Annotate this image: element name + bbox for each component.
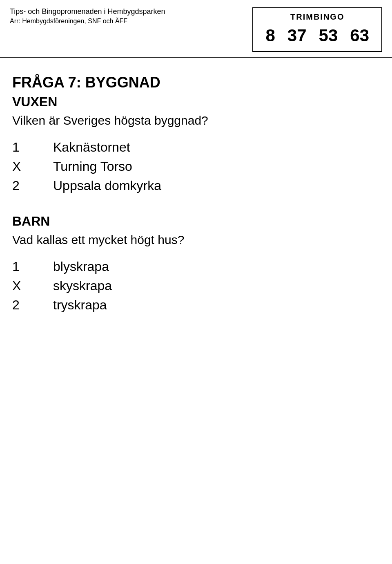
vuxen-answer-x-text: Turning Torso [53,159,132,174]
main-content: FRÅGA 7: BYGGNAD VUXEN Vilken är Sverige… [0,58,392,333]
barn-answer-2-text: tryskrapa [53,298,107,313]
page-header: Tips- och Bingopromenaden i Hembygdspark… [0,0,392,58]
trimbingo-num-2: 37 [287,26,307,45]
vuxen-audience-label: VUXEN [12,94,380,110]
barn-answer-1-label: 1 [12,259,53,274]
vuxen-answer-x: X Turning Torso [12,159,380,174]
vuxen-question-text: Vilken är Sveriges högsta byggnad? [12,114,380,128]
trimbingo-num-3: 53 [319,26,338,45]
trimbingo-num-1: 8 [265,26,275,45]
trimbingo-box: TRIMBINGO 8 37 53 63 [252,7,382,52]
trimbingo-label: TRIMBINGO [265,12,369,22]
barn-answer-x: X skyskrapa [12,278,380,293]
vuxen-answer-1-text: Kaknästornet [53,140,130,155]
vuxen-answer-2-label: 2 [12,178,53,193]
vuxen-answer-x-label: X [12,159,53,174]
vuxen-section: FRÅGA 7: BYGGNAD VUXEN Vilken är Sverige… [12,74,380,193]
vuxen-answer-1: 1 Kaknästornet [12,140,380,155]
header-subtitle: Arr: Hembygdsföreningen, SNF och ÄFF [10,18,165,25]
header-left: Tips- och Bingopromenaden i Hembygdspark… [10,7,165,25]
barn-answer-list: 1 blyskrapa X skyskrapa 2 tryskrapa [12,259,380,313]
trimbingo-numbers: 8 37 53 63 [265,26,369,45]
barn-answer-2: 2 tryskrapa [12,298,380,313]
barn-answer-x-text: skyskrapa [53,278,112,293]
barn-audience-label: BARN [12,214,380,229]
barn-question-text: Vad kallas ett mycket högt hus? [12,233,380,247]
barn-answer-2-label: 2 [12,298,53,313]
vuxen-answer-1-label: 1 [12,140,53,155]
barn-answer-1: 1 blyskrapa [12,259,380,274]
barn-answer-1-text: blyskrapa [53,259,109,274]
trimbingo-num-4: 63 [350,26,369,45]
question-category: FRÅGA 7: BYGGNAD [12,74,380,91]
vuxen-answer-list: 1 Kaknästornet X Turning Torso 2 Uppsala… [12,140,380,193]
vuxen-answer-2: 2 Uppsala domkyrka [12,178,380,193]
vuxen-answer-2-text: Uppsala domkyrka [53,178,161,193]
barn-section: BARN Vad kallas ett mycket högt hus? 1 b… [12,214,380,313]
header-title: Tips- och Bingopromenaden i Hembygdspark… [10,7,165,16]
barn-answer-x-label: X [12,278,53,293]
